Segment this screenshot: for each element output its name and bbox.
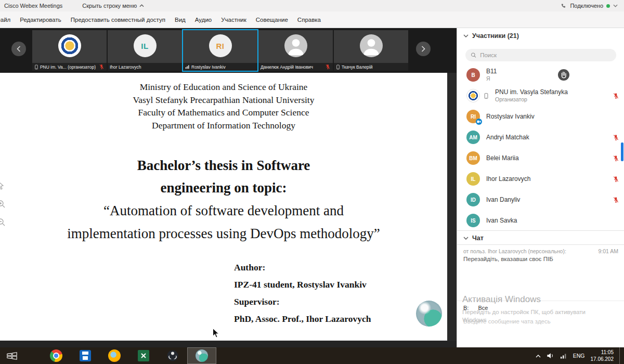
phone-icon	[484, 93, 489, 99]
person-icon	[284, 34, 307, 57]
strip-scroll-left-button[interactable]	[11, 42, 26, 56]
menu-file[interactable]: Файл	[0, 11, 15, 28]
headset-icon	[561, 3, 567, 9]
connection-label: Подключено	[570, 3, 603, 9]
audio-connection-status[interactable]: Подключено	[561, 3, 618, 9]
chat-title: Чат	[472, 235, 484, 242]
hide-menu-button[interactable]: Скрыть строку меню	[82, 3, 144, 9]
tile-name: Ihor Lazarovych	[110, 64, 141, 70]
participant-search[interactable]	[465, 49, 616, 61]
chat-messages: от польз. Ihor Lazarovych (персонально):…	[457, 245, 624, 264]
menu-view[interactable]: Вид	[170, 11, 190, 28]
taskbar-obs[interactable]	[158, 347, 187, 364]
menubar: Файл Редактировать Предоставить совместн…	[0, 11, 624, 28]
system-tray: ENG 11:05 17.06.202	[536, 347, 624, 364]
titlebar: Cisco Webex Meetings Скрыть строку меню …	[0, 0, 624, 11]
menu-help[interactable]: Справка	[293, 11, 326, 28]
speaker-icon[interactable]	[547, 353, 554, 359]
chevron-down-icon	[463, 34, 469, 37]
taskbar-webex-active[interactable]	[187, 347, 216, 364]
video-tile-ivankiv-active-speaker[interactable]: RI Rostyslav Ivankiv	[183, 30, 257, 71]
taskbar-chrome[interactable]	[42, 347, 71, 364]
zoom-out-icon[interactable]	[0, 217, 6, 227]
author-value: IPZ-41 student, Rostyslav Ivankiv	[234, 276, 371, 293]
menu-participant[interactable]: Участник	[216, 11, 251, 28]
save-app-icon	[80, 350, 91, 361]
title-line: Bachelor’s thesis in Software	[0, 154, 447, 177]
chat-to-label: В:	[463, 305, 469, 311]
participant-row-ivankiv[interactable]: RI Rostyslav Ivankiv	[457, 106, 624, 127]
video-tile-danyliuk[interactable]: Данилюк Андрій Іванович	[258, 30, 333, 71]
meeting-area: PNU im. Va... (организатор) IL Ihor Laza…	[0, 28, 457, 347]
participant-row-lazarovych[interactable]: IL Ihor Lazarovych	[457, 168, 624, 189]
menu-meeting[interactable]: Совещание	[251, 11, 293, 28]
video-tile-pnu[interactable]: PNU im. Va... (организатор)	[32, 30, 107, 71]
start-button[interactable]	[0, 347, 24, 364]
side-panel: Участники (21) B B11 Я PNU im. Vasyla St…	[457, 28, 624, 347]
show-desktop-button[interactable]	[619, 347, 623, 364]
zoom-in-icon[interactable]	[0, 199, 6, 209]
participant-row-pnu-host[interactable]: PNU im. Vasyla Stefanyka Организатор	[457, 85, 624, 106]
hand-raised-icon[interactable]	[558, 69, 569, 81]
tray-expand-icon[interactable]	[536, 354, 541, 358]
initials-avatar: IL	[134, 34, 157, 57]
muted-mic-icon[interactable]	[613, 176, 619, 183]
video-tile-tkachuk[interactable]: Ткачук Валерій	[334, 30, 408, 71]
muted-mic-icon	[325, 64, 331, 70]
video-tiles: PNU im. Va... (организатор) IL Ihor Laza…	[32, 30, 408, 71]
participants-header[interactable]: Участники (21)	[457, 28, 624, 44]
network-icon[interactable]	[560, 353, 567, 359]
tile-name-bar: Данилюк Андрій Іванович	[258, 63, 333, 71]
quote-line: implementation processes using DevOps me…	[0, 222, 447, 245]
connected-dot-icon	[606, 4, 610, 8]
menu-share[interactable]: Предоставить совместный доступ	[66, 11, 170, 28]
language-indicator[interactable]: ENG	[573, 353, 585, 359]
participant-name: Belei Mariia	[486, 154, 519, 162]
windows-taskbar: ENG 11:05 17.06.202	[0, 347, 624, 364]
chevron-down-icon	[613, 4, 618, 7]
chat-recipient-select[interactable]: Все	[478, 305, 488, 311]
thesis-title: Bachelor’s thesis in Software engineerin…	[0, 154, 447, 199]
header-line: Department of Information Technology	[0, 119, 447, 132]
video-tile-lazarovych[interactable]: IL Ihor Lazarovych	[108, 30, 182, 71]
title-line: engineering on topic:	[0, 177, 447, 199]
firefox-icon	[108, 349, 121, 362]
participant-row-b11[interactable]: B B11 Я	[457, 64, 624, 85]
header-line: Faculty of Mathematics and Computer Scie…	[0, 106, 447, 119]
taskbar-save-app[interactable]	[71, 347, 100, 364]
participant-row-matchak[interactable]: AM Andryi Matchak	[457, 127, 624, 148]
participant-row-danyliv[interactable]: ID Ivan Danyliv	[457, 189, 624, 210]
participant-row-savka[interactable]: IS Ivan Savka	[457, 210, 624, 230]
muted-mic-icon[interactable]	[613, 197, 619, 203]
tile-name: PNU im. Va... (организатор)	[40, 64, 96, 70]
chat-input[interactable]	[463, 318, 617, 324]
muted-mic-icon[interactable]	[613, 134, 619, 141]
taskbar-excel[interactable]	[129, 347, 158, 364]
clock[interactable]: 11:05 17.06.202	[591, 349, 614, 362]
search-input[interactable]	[480, 52, 611, 58]
taskbar-firefox[interactable]	[100, 347, 129, 364]
annotation-toolbar-clipped	[0, 181, 6, 227]
header-line: Ministry of Education and Science of Ukr…	[0, 81, 447, 94]
menu-audio[interactable]: Аудио	[190, 11, 216, 28]
participant-row-belei[interactable]: BM Belei Mariia	[457, 148, 624, 168]
quote-line: “Automation of software development and	[0, 199, 447, 222]
participant-role: Я	[486, 75, 497, 82]
excel-icon	[138, 350, 149, 361]
tile-name-bar: Ткачук Валерій	[334, 63, 408, 71]
author-label: Author:	[234, 259, 371, 276]
initials-avatar: RI	[209, 34, 232, 57]
chat-message-time: 9:01 AM	[598, 248, 618, 254]
university-logo-avatar	[466, 89, 480, 102]
menu-edit[interactable]: Редактировать	[15, 11, 66, 28]
muted-mic-icon[interactable]	[613, 93, 619, 99]
scrollbar-thumb[interactable]	[621, 142, 623, 161]
muted-mic-icon[interactable]	[613, 155, 619, 162]
participant-name: Rostyslav Ivankiv	[486, 113, 535, 120]
strip-scroll-right-button[interactable]	[416, 42, 431, 56]
tile-name-bar: Rostyslav Ivankiv	[183, 63, 257, 71]
chat-header[interactable]: Чат	[457, 230, 624, 245]
search-icon	[471, 52, 476, 58]
thesis-topic: “Automation of software development and …	[0, 199, 447, 245]
pointer-icon[interactable]	[0, 181, 6, 190]
